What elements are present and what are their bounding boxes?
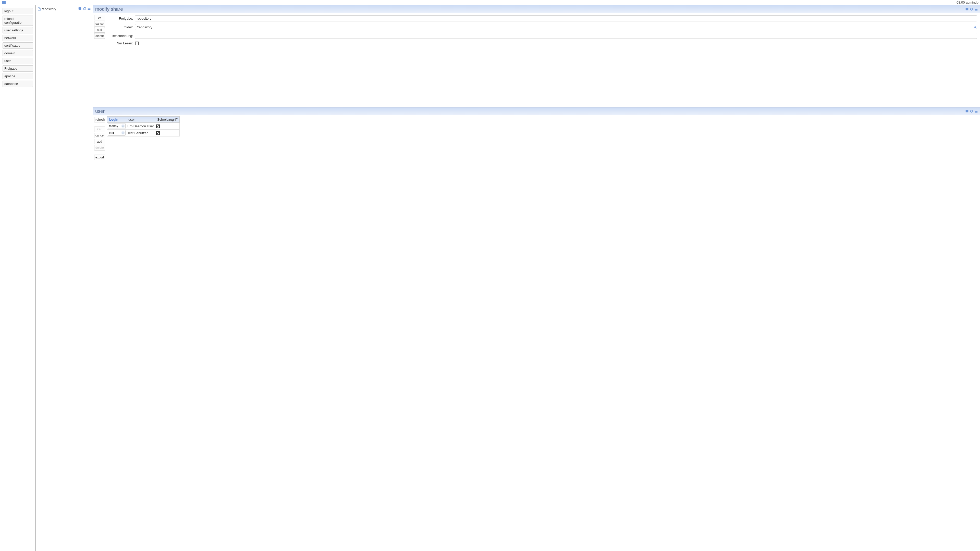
schreib-checkbox[interactable] xyxy=(156,131,160,135)
svg-rect-8 xyxy=(975,111,978,113)
freigabe-input[interactable] xyxy=(135,15,977,21)
tray-icon[interactable] xyxy=(87,7,91,11)
add-button[interactable]: add xyxy=(94,27,105,33)
main-layout: logout reload configuration user setting… xyxy=(0,5,980,551)
user-panel-body: refresh OK cancel add delete export Logi… xyxy=(93,115,980,551)
user-cell: Test Benutzer xyxy=(126,130,155,137)
tree-icons xyxy=(78,7,91,11)
folder-input[interactable] xyxy=(135,24,972,30)
share-panel: modify share ok cancel add delete Freiga… xyxy=(93,5,980,107)
top-info: 08:00 admindb xyxy=(956,0,978,4)
schreib-checkbox[interactable] xyxy=(156,124,160,128)
tree-item-label: repository xyxy=(41,7,56,11)
right-area: modify share ok cancel add delete Freiga… xyxy=(93,5,980,551)
cancel-button[interactable]: cancel xyxy=(94,21,105,27)
clock-text: 08:00 xyxy=(956,0,965,4)
tree-panel: repository xyxy=(36,5,93,551)
user-cell: Erp Daemon User xyxy=(126,123,155,130)
delete-button[interactable]: delete xyxy=(94,145,105,151)
refresh-icon[interactable] xyxy=(83,7,86,11)
beschreibung-input[interactable] xyxy=(135,33,977,39)
user-panel-icons xyxy=(965,110,978,113)
col-user[interactable]: user xyxy=(126,117,155,123)
clear-icon[interactable]: ⌄ xyxy=(121,131,124,135)
user-text: admindb xyxy=(966,0,978,4)
share-panel-title: modify share xyxy=(95,6,123,12)
menu-item-user[interactable]: user xyxy=(3,58,33,64)
menu-item-domain[interactable]: domain xyxy=(3,50,33,56)
col-schreib[interactable]: Schreibzugriff xyxy=(155,117,180,123)
svg-rect-1 xyxy=(88,9,91,10)
ok-button[interactable]: ok xyxy=(94,15,105,21)
database-icon[interactable] xyxy=(965,7,969,11)
menu-icon[interactable] xyxy=(2,1,6,4)
share-actions: ok cancel add delete xyxy=(93,13,106,107)
user-table-area: Login user Schreibzugriff ⌄ xyxy=(106,115,980,551)
user-panel: user refresh OK cancel add delete export xyxy=(93,107,980,551)
menu-item-reload[interactable]: reload configuration xyxy=(3,16,33,26)
share-panel-body: ok cancel add delete Freigabe: folder: xyxy=(93,13,980,107)
search-icon[interactable] xyxy=(974,25,977,29)
folder-label: folder: xyxy=(107,25,135,29)
database-icon[interactable] xyxy=(965,110,969,113)
svg-rect-5 xyxy=(975,9,978,10)
beschreibung-label: Beschreibung: xyxy=(107,34,135,38)
svg-point-6 xyxy=(974,26,976,28)
share-panel-header: modify share xyxy=(93,5,980,13)
top-bar: 08:00 admindb xyxy=(0,0,980,5)
file-icon xyxy=(38,7,41,11)
nurlesen-label: Nur Lesen: xyxy=(107,41,135,45)
svg-rect-2 xyxy=(88,8,91,9)
table-header-row: Login user Schreibzugriff xyxy=(107,117,180,123)
export-button[interactable]: export xyxy=(94,155,105,160)
menu-item-network[interactable]: network xyxy=(3,35,33,41)
menu-item-user-settings[interactable]: user settings xyxy=(3,27,33,33)
nurlesen-checkbox[interactable] xyxy=(135,41,138,45)
table-row[interactable]: ⌄ Test Benutzer xyxy=(107,130,180,137)
menu-item-logout[interactable]: logout xyxy=(3,8,33,14)
menu-item-certificates[interactable]: certificates xyxy=(3,42,33,49)
menu-item-freigabe[interactable]: Freigabe xyxy=(3,65,33,72)
svg-rect-9 xyxy=(975,111,978,111)
refresh-button[interactable]: refresh xyxy=(94,117,105,122)
user-panel-header: user xyxy=(93,107,980,115)
refresh-icon[interactable] xyxy=(970,7,974,11)
menu-item-apache[interactable]: apache xyxy=(3,73,33,79)
share-form: Freigabe: folder: Beschreibung: xyxy=(106,13,980,107)
clear-icon[interactable]: ⌄ xyxy=(121,124,124,127)
left-menu: logout reload configuration user setting… xyxy=(0,5,36,551)
cancel-button[interactable]: cancel xyxy=(94,133,105,138)
tray-icon[interactable] xyxy=(974,7,978,11)
refresh-icon[interactable] xyxy=(970,110,974,113)
delete-button[interactable]: delete xyxy=(94,33,105,39)
add-button[interactable]: add xyxy=(94,139,105,144)
user-panel-title: user xyxy=(95,108,105,114)
user-actions: refresh OK cancel add delete export xyxy=(93,115,106,551)
tray-icon[interactable] xyxy=(974,110,978,113)
share-panel-icons xyxy=(965,7,978,11)
table-row[interactable]: ⌄ Erp Daemon User xyxy=(107,123,180,130)
col-login[interactable]: Login xyxy=(107,117,126,123)
database-icon[interactable] xyxy=(78,7,82,11)
ok-button[interactable]: OK xyxy=(94,127,105,132)
menu-item-database[interactable]: database xyxy=(3,81,33,87)
svg-rect-4 xyxy=(975,10,978,11)
freigabe-label: Freigabe: xyxy=(107,17,135,21)
user-table: Login user Schreibzugriff ⌄ xyxy=(107,116,180,137)
